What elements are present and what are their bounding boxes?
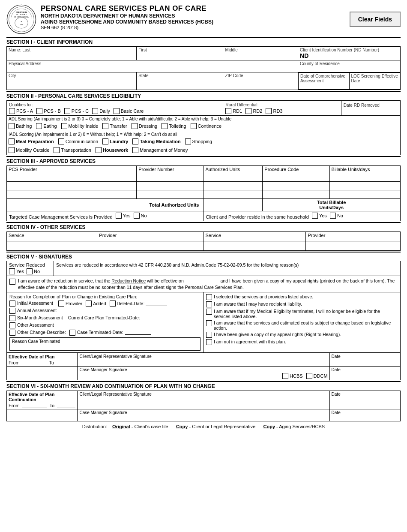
case-mgr-sig-input[interactable] xyxy=(79,373,279,379)
billable-1[interactable] xyxy=(329,173,400,182)
svc-reduced-yes-cb[interactable] xyxy=(9,268,15,274)
city-input[interactable] xyxy=(9,78,135,83)
pcs-b-cb[interactable] xyxy=(36,108,42,114)
mobility-inside-cb[interactable] xyxy=(61,123,67,129)
communication-cb[interactable] xyxy=(58,138,64,144)
pcs-provider-input-3[interactable] xyxy=(9,191,135,198)
transportation-cb[interactable] xyxy=(54,147,60,153)
billable-input-2[interactable] xyxy=(332,183,398,189)
sec4-prov1-input[interactable] xyxy=(99,242,201,249)
transfer-cb[interactable] xyxy=(102,123,108,129)
mobility-outside-cb[interactable] xyxy=(9,147,15,153)
eating-cb[interactable] xyxy=(36,123,42,129)
not-agree-cb[interactable] xyxy=(206,339,212,345)
middle-input[interactable] xyxy=(225,52,296,57)
first-input[interactable] xyxy=(138,52,221,57)
pcs-c-cb[interactable] xyxy=(64,108,70,114)
annual-assess-cb[interactable] xyxy=(9,308,15,314)
other-change-cb[interactable] xyxy=(9,330,15,336)
sec4-svc1[interactable] xyxy=(7,241,97,251)
provider-cb2[interactable] xyxy=(58,301,64,307)
state-input[interactable] xyxy=(138,78,221,83)
provider-num-input-3[interactable] xyxy=(138,191,201,198)
tcm-yes-cb[interactable] xyxy=(116,213,122,219)
case-mgr-date-input[interactable] xyxy=(332,372,398,377)
billable-input-3[interactable] xyxy=(332,191,398,198)
mgmt-money-cb[interactable] xyxy=(132,147,138,153)
clear-fields-button[interactable]: Clear Fields xyxy=(350,12,401,27)
pcs-provider-1[interactable] xyxy=(7,173,137,182)
proc-code-input-1[interactable] xyxy=(264,174,327,180)
provider-num-3[interactable] xyxy=(137,190,204,199)
taking-med-cb[interactable] xyxy=(132,138,138,144)
provider-num-2[interactable] xyxy=(137,182,204,190)
sec4-prov2[interactable] xyxy=(306,241,401,251)
auth-units-1[interactable] xyxy=(204,173,263,182)
total-auth-input[interactable] xyxy=(205,202,260,208)
sec6-client-sig-input[interactable] xyxy=(79,397,327,402)
sec4-svc2-input[interactable] xyxy=(205,242,304,249)
auth-units-3[interactable] xyxy=(204,190,263,199)
other-assess-cb[interactable] xyxy=(9,322,15,328)
auth-units-input-2[interactable] xyxy=(205,183,260,189)
proc-code-3[interactable] xyxy=(263,190,329,199)
dressing-cb[interactable] xyxy=(132,123,138,129)
pcs-provider-2[interactable] xyxy=(7,182,137,190)
total-auth-value[interactable] xyxy=(204,199,263,211)
auth-units-input-3[interactable] xyxy=(205,191,260,198)
ddcm-cb[interactable] xyxy=(306,373,312,379)
bathing-cb[interactable] xyxy=(9,123,15,129)
pcs-provider-input-2[interactable] xyxy=(9,183,135,189)
services-text-input[interactable] xyxy=(56,268,356,273)
provider-num-input-2[interactable] xyxy=(138,183,201,189)
from-date-input[interactable] xyxy=(22,360,47,365)
case-terminated-cb[interactable] xyxy=(69,330,75,336)
toileting-cb[interactable] xyxy=(162,123,168,129)
hcbs-cb[interactable] xyxy=(282,373,288,379)
comp-assess-input[interactable] xyxy=(300,83,347,88)
provider-num-1[interactable] xyxy=(137,173,204,182)
daily-cb[interactable] xyxy=(92,108,98,114)
auth-units-input-1[interactable] xyxy=(205,174,260,180)
sec6-to-input[interactable] xyxy=(57,403,75,408)
laundry-cb[interactable] xyxy=(102,138,108,144)
county-input[interactable] xyxy=(300,66,398,71)
continence-cb[interactable] xyxy=(191,123,197,129)
deleted-cb[interactable] xyxy=(110,301,116,307)
proc-code-input-3[interactable] xyxy=(264,191,327,198)
housework-cb[interactable] xyxy=(96,147,102,153)
proc-code-input-2[interactable] xyxy=(264,183,327,189)
zip-input[interactable] xyxy=(225,78,296,83)
medical-cb[interactable] xyxy=(206,309,212,315)
selected-cb[interactable] xyxy=(206,294,212,300)
six-month-assess-cb[interactable] xyxy=(9,315,15,321)
household-yes-cb[interactable] xyxy=(312,213,318,219)
rd2-cb[interactable] xyxy=(245,108,251,114)
pcs-a-cb[interactable] xyxy=(9,108,15,114)
sec4-prov2-input[interactable] xyxy=(308,242,398,249)
client-sig-input[interactable] xyxy=(79,359,327,364)
sec4-svc2[interactable] xyxy=(204,241,306,251)
appeal-cb[interactable] xyxy=(206,332,212,338)
meal-prep-cb[interactable] xyxy=(9,138,15,144)
initial-assess-cb[interactable] xyxy=(9,301,15,307)
date-rd-input[interactable] xyxy=(344,108,398,113)
auth-units-2[interactable] xyxy=(204,182,263,190)
billable-3[interactable] xyxy=(329,190,400,199)
sec4-svc1-input[interactable] xyxy=(9,242,95,249)
sec4-prov1[interactable] xyxy=(97,241,204,251)
services-cost-cb[interactable] xyxy=(206,320,212,326)
rd1-cb[interactable] xyxy=(225,108,231,114)
notice-cb[interactable] xyxy=(9,279,15,285)
sec6-from-input[interactable] xyxy=(22,403,47,408)
basic-care-cb[interactable] xyxy=(114,108,120,114)
pcs-provider-input-1[interactable] xyxy=(9,174,135,180)
billable-2[interactable] xyxy=(329,182,400,190)
address-input[interactable] xyxy=(9,66,296,71)
sec6-date2-input[interactable] xyxy=(332,415,398,420)
loc-input[interactable] xyxy=(351,83,398,88)
to-date-input[interactable] xyxy=(57,360,75,365)
pcs-provider-3[interactable] xyxy=(7,190,137,199)
name-last-input[interactable] xyxy=(9,52,135,57)
provider-num-input-1[interactable] xyxy=(138,174,201,180)
